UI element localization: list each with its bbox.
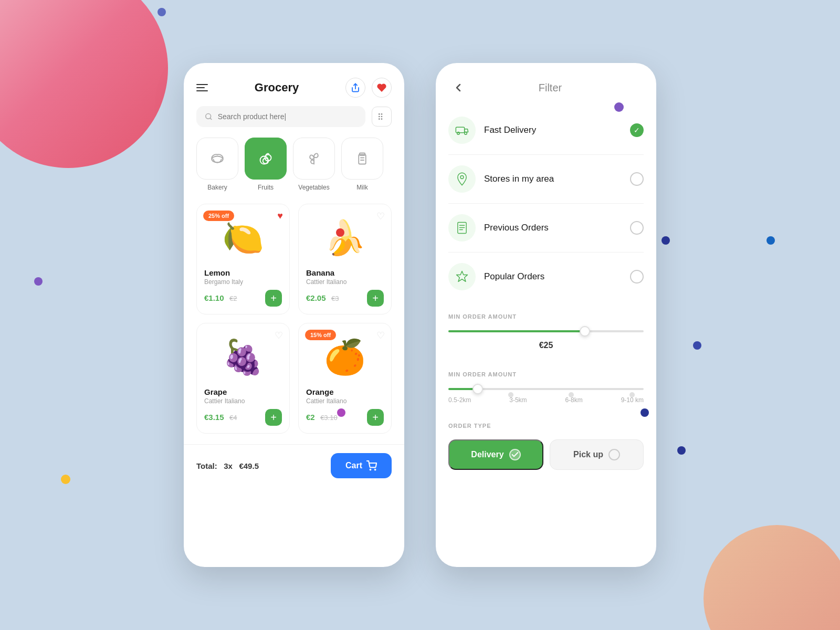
svg-point-7	[381, 116, 383, 118]
delivery-radio	[509, 449, 521, 460]
lemon-pricing: €1.10 €2 +	[204, 290, 282, 307]
svg-point-8	[381, 118, 383, 120]
favorites-button[interactable]	[372, 78, 392, 98]
orange-add-button[interactable]: +	[367, 409, 384, 426]
pickup-label: Pick up	[573, 450, 603, 459]
orange-name: Orange	[306, 387, 384, 396]
share-button[interactable]	[345, 78, 365, 98]
product-lemon[interactable]: 25% off ♥ 🍋 Lemon Bergamo Italy €1.10 €2…	[196, 204, 290, 314]
back-button[interactable]	[448, 78, 468, 98]
distance-label-1: 3-5km	[509, 396, 527, 404]
orange-heart[interactable]: ♡	[376, 330, 385, 341]
grocery-phone: Grocery	[184, 63, 404, 567]
banana-add-button[interactable]: +	[367, 290, 384, 307]
cart-amount: €49.5	[239, 461, 259, 470]
dots-icon	[377, 112, 386, 121]
previous-orders-radio[interactable]	[630, 221, 644, 235]
distance-title: MIN ORDER AMOUNT	[448, 371, 644, 377]
grape-add-button[interactable]: +	[265, 409, 282, 426]
previous-orders-label: Previous Orders	[484, 223, 622, 233]
orange-badge: 15% off	[305, 330, 336, 340]
milk-label: Milk	[356, 184, 368, 191]
grape-heart[interactable]: ♡	[275, 330, 283, 341]
location-icon	[455, 172, 469, 186]
svg-point-6	[381, 113, 383, 115]
banana-image: 🍌	[306, 212, 384, 264]
bakery-label: Bakery	[207, 184, 227, 191]
popular-orders-radio[interactable]	[630, 270, 644, 284]
svg-marker-27	[457, 271, 468, 282]
distance-label-2: 6-8km	[565, 396, 582, 404]
bg-decoration-bottomright	[704, 525, 840, 630]
lemon-old-price: €2	[229, 295, 237, 302]
pickup-radio	[608, 449, 620, 460]
cart-bar: Total: 3x €49.5 Cart	[184, 444, 404, 487]
lemon-heart[interactable]: ♥	[277, 211, 283, 222]
filter-title: Filter	[477, 82, 624, 94]
decorative-dot	[158, 8, 166, 16]
popular-orders-icon-wrap	[448, 263, 476, 290]
back-icon	[452, 81, 465, 94]
grape-name: Grape	[204, 387, 282, 396]
decorative-dot	[61, 475, 70, 484]
orange-old-price: €3.10	[320, 414, 338, 422]
previous-orders-icon-wrap	[448, 214, 476, 242]
pickup-button[interactable]: Pick up	[550, 439, 644, 470]
product-banana[interactable]: ♡ 🍌 Banana Cattier Italiano €2.05 €3 +	[298, 204, 392, 314]
min-order-fill	[448, 330, 585, 332]
fruits-label: Fruits	[258, 184, 274, 191]
search-input-wrap[interactable]	[196, 106, 365, 127]
popular-orders-label: Popular Orders	[484, 271, 622, 282]
category-vegetables[interactable]: Vegetables	[293, 138, 335, 191]
banana-heart[interactable]: ♡	[376, 211, 385, 222]
cart-button-label: Cart	[345, 461, 362, 470]
svg-point-20	[457, 132, 460, 135]
distance-label-0: 0.5-2km	[448, 396, 471, 404]
min-order-value: €25	[448, 341, 644, 350]
category-fruits[interactable]: Fruits	[245, 138, 287, 191]
categories: Bakery Fruits	[184, 138, 404, 191]
fast-delivery-radio[interactable]: ✓	[630, 123, 644, 137]
tick-2	[569, 392, 574, 397]
filter-header: Filter	[436, 63, 656, 106]
product-grape[interactable]: ♡ 🍇 Grape Cattier Italiano €3.15 €4 +	[196, 323, 290, 434]
decorative-dot	[677, 446, 686, 455]
category-milk[interactable]: Milk	[341, 138, 383, 191]
filter-stores[interactable]: Stores in my area	[448, 155, 644, 204]
fast-delivery-label: Fast Delivery	[484, 125, 622, 135]
tick-1	[508, 392, 513, 397]
decorative-dot	[34, 277, 43, 286]
category-bakery[interactable]: Bakery	[196, 138, 238, 191]
bakery-icon	[196, 138, 238, 180]
screens-container: Grocery	[184, 63, 656, 567]
lemon-price: €1.10	[204, 293, 224, 302]
min-order-thumb[interactable]	[580, 326, 590, 337]
grape-image: 🍇	[204, 331, 282, 383]
filter-popular-orders[interactable]: Popular Orders	[448, 253, 644, 301]
product-orange[interactable]: 15% off ♡ 🍊 Orange Cattier Italiano €2 €…	[298, 323, 392, 434]
receipt-icon	[455, 220, 469, 235]
distance-section: MIN ORDER AMOUNT 0.5-2km 3-5km 6-8km 9-1…	[436, 359, 656, 412]
filter-button[interactable]	[372, 107, 392, 127]
distance-track	[448, 388, 644, 390]
delivery-button[interactable]: Delivery	[448, 439, 543, 470]
grape-pricing: €3.15 €4 +	[204, 409, 282, 426]
decorative-dot	[336, 228, 344, 237]
filter-previous-orders[interactable]: Previous Orders	[448, 204, 644, 253]
cart-button[interactable]: Cart	[331, 453, 392, 478]
banana-origin: Cattier Italiano	[306, 278, 384, 286]
stores-radio[interactable]	[630, 172, 644, 186]
menu-icon[interactable]	[196, 84, 208, 91]
decorative-dot	[640, 408, 649, 417]
lemon-badge: 25% off	[203, 211, 234, 221]
distance-thumb[interactable]	[472, 384, 483, 394]
delivery-label: Delivery	[471, 450, 503, 459]
tick-3	[629, 392, 635, 397]
distance-labels: 0.5-2km 3-5km 6-8km 9-10 km	[448, 396, 644, 404]
svg-point-17	[370, 469, 371, 470]
filter-fast-delivery[interactable]: Fast Delivery ✓	[448, 106, 644, 155]
banana-old-price: €3	[331, 295, 339, 302]
search-input[interactable]	[218, 112, 357, 121]
banana-price: €2.05	[306, 293, 326, 302]
lemon-add-button[interactable]: +	[265, 290, 282, 307]
